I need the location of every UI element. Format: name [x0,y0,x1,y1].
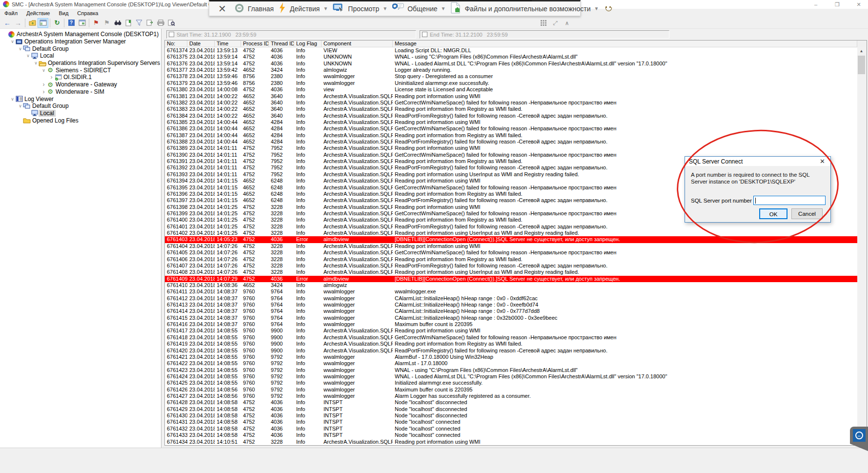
table-row[interactable]: 676140823.04.201814:07:2647523228InfoArc… [165,269,857,275]
preview-icon[interactable] [166,18,177,28]
table-row[interactable]: 676142023.04.201814:08:5597609900InfoArc… [165,348,857,354]
table-row[interactable]: 676140423.04.201814:07:2647523228InfoArc… [165,243,857,249]
chevron-expanded-icon[interactable]: ∨ [10,97,15,102]
table-row[interactable]: 676143423.04.201814:10:5147523228InfoArc… [165,439,857,445]
table-row[interactable]: 676141723.04.201814:08:5597609900InfoArc… [165,328,857,334]
tree-item-operations-integration-supervisory-servers[interactable]: ∨Operations Integration Supervisory Serv… [0,60,161,67]
tree-item-oi-sidir-1[interactable]: ›OI.SIDIR.1 [0,74,161,81]
tree-item-wonderware-gateway[interactable]: ›⚙Wonderware - Gateway [0,81,161,88]
menu-action[interactable]: Действие [22,9,54,17]
menu-view[interactable]: Вид [54,9,73,17]
tree-item-wonderware-sim[interactable]: ›⚙Wonderware - SIM [0,88,161,96]
panel-splitter[interactable] [161,29,165,448]
table-row[interactable]: 676142823.04.201814:08:5847524036InfoINT… [165,399,857,406]
chevron-expanded-icon[interactable]: ∨ [18,103,23,108]
table-row[interactable]: 676141023.04.201814:08:3646523424Infoalm… [165,282,857,288]
table-row[interactable]: 676138123.04.201814:00:2246523640InfoArc… [165,93,857,100]
table-row[interactable]: 676138223.04.201814:00:2246523640InfoArc… [165,100,857,106]
maximize-button[interactable]: ❐ [830,1,844,8]
table-row[interactable]: 676141423.04.201814:08:3797609764Infowwa… [165,308,857,314]
table-row[interactable]: 676140523.04.201814:07:2647523228InfoArc… [165,249,857,256]
tree-item-default-group[interactable]: ∨Default Group [0,103,161,110]
console-window-icon[interactable] [38,18,48,28]
mark-red-icon[interactable]: ⚑ [91,18,101,28]
tree-item-archestra-system-management-console-desktop1[interactable]: ArchestrA System Management Console (DES… [0,31,161,38]
mark-gray-icon[interactable]: ⚑ [101,18,112,28]
tree-item-default-group[interactable]: ∨Default Group [0,45,161,52]
tree-item-local[interactable]: Local [0,110,161,117]
menu-file[interactable]: Файл [0,9,22,17]
table-row[interactable]: 676140123.04.201814:01:2547523228InfoArc… [165,224,857,230]
table-row[interactable]: 676137723.04.201813:59:4246523424Infoalm… [165,67,857,73]
bookmark-page-icon[interactable] [123,18,134,28]
table-row[interactable]: 676143123.04.201814:08:5847524036InfoINT… [165,419,857,425]
table-row[interactable]: 676140723.04.201814:07:2647523228InfoArc… [165,263,857,269]
scroll-up-button[interactable]: ▲ [857,47,866,55]
tv-menu-home[interactable]: Главная [234,3,274,15]
column-header-time[interactable]: Time [215,40,241,47]
table-row[interactable]: 676142523.04.201814:08:5597609792Infowwa… [165,380,857,386]
dialog-title-bar[interactable]: SQL Server Connect ✕ [685,157,830,166]
table-row[interactable]: 676142423.04.201814:08:5597609792Infowwa… [165,373,857,380]
up-folder-icon[interactable] [27,18,38,28]
table-row[interactable]: 676143023.04.201814:08:5847524036InfoINT… [165,412,857,419]
tv-close-icon[interactable]: ✕ [215,4,229,14]
table-row[interactable]: 676138723.04.201814:00:4446524284InfoArc… [165,132,857,139]
table-row[interactable]: 676140323.04.201814:05:2347524036Erroral… [165,236,857,243]
grid-icon[interactable] [539,19,548,27]
column-header-message[interactable]: Message [393,40,857,47]
table-row[interactable]: 676138523.04.201814:00:4446524284InfoArc… [165,119,857,125]
dialog-close-icon[interactable]: ✕ [818,158,827,165]
vertical-scrollbar[interactable]: ▲ ▼ [857,47,866,445]
port-number-input[interactable] [753,196,826,205]
table-row[interactable]: 676138023.04.201814:00:0847524036Infovie… [165,86,857,93]
menu-help[interactable]: Справка [73,9,102,17]
table-row[interactable]: 676137923.04.201813:59:4687562380Infowwa… [165,80,857,86]
table-row[interactable]: 676141223.04.201814:08:3797609764Infowwa… [165,295,857,302]
chevron-collapsed-icon[interactable]: › [41,81,46,88]
tree-item-opened-log-files[interactable]: Opened Log Files [0,117,161,124]
export-icon[interactable] [144,18,155,28]
table-row[interactable]: 676137623.04.201813:59:1447524036InfoUNK… [165,61,857,67]
chevron-expanded-icon[interactable]: ∨ [25,53,31,58]
table-row[interactable]: 676138423.04.201814:00:2246523640InfoArc… [165,113,857,119]
column-header-process-id[interactable]: Process ID [241,40,269,47]
tv-menu-actions[interactable]: Действия▼ [279,2,328,15]
minimize-button[interactable]: – [809,1,823,8]
table-row[interactable]: 676142223.04.201814:08:5597609792Infowwa… [165,360,857,367]
table-row[interactable]: 676143323.04.201814:08:5847524036InfoINT… [165,432,857,438]
table-row[interactable]: 676137423.04.201813:59:1347524036InfoVIE… [165,47,857,54]
close-button[interactable]: ✕ [852,1,866,8]
table-row[interactable]: 676141823.04.201814:08:5597609900InfoArc… [165,334,857,341]
tree-item-siemens-sidirect[interactable]: ∨⚙Siemens - SIDIRECT [0,66,161,74]
table-row[interactable]: 676143223.04.201814:08:5847524036InfoINT… [165,426,857,432]
table-row[interactable]: 676137823.04.201813:59:4687562380Infowwa… [165,73,857,80]
find-icon[interactable] [112,18,123,28]
back-icon[interactable]: ← [2,18,13,28]
table-row[interactable]: 676140223.04.201814:01:2547523228InfoArc… [165,230,857,236]
chevron-expanded-icon[interactable]: ∨ [10,39,15,44]
tree-item-operations-integration-server-manager[interactable]: ∨Operations Integration Server Manager [0,38,161,45]
column-header-thread-id[interactable]: Thread ID [269,40,294,47]
column-header-log-flag[interactable]: Log Flag [294,40,322,47]
tv-menu-view[interactable]: Просмотр▼ [333,3,387,14]
table-row[interactable]: 676140923.04.201814:07:2947524036Erroral… [165,276,857,282]
table-row[interactable]: 676138623.04.201814:00:4446524284InfoArc… [165,125,857,132]
tv-menu-files[interactable]: Файлы и дополнительные возможности▼ [450,2,599,15]
filter-icon[interactable] [134,18,144,28]
table-row[interactable]: 676137523.04.201813:59:1447524036InfoUNK… [165,54,857,60]
end-time-checkbox[interactable] [422,32,427,37]
table-row[interactable]: 676142323.04.201814:08:5597609792Infowwa… [165,367,857,373]
ok-button[interactable]: OK [759,208,787,219]
table-row[interactable]: 676141123.04.201814:08:3797609764Infowwa… [165,288,857,295]
refresh-icon[interactable]: ↻ [52,18,62,28]
table-row[interactable]: 676141323.04.201814:08:3797609764Infowwa… [165,302,857,308]
chevron-expanded-icon[interactable]: ∨ [18,46,23,51]
chevron-expanded-icon[interactable]: ∨ [41,68,46,73]
tree-item-local[interactable]: ∨Local [0,52,161,60]
chevron-collapsed-icon[interactable]: › [49,74,54,81]
scrollbar-thumb[interactable] [858,56,865,74]
tree-item-log-viewer[interactable]: ∨Log Viewer [0,95,161,103]
table-row[interactable]: 676142123.04.201814:08:5597609792Infowwa… [165,354,857,360]
help-icon[interactable]: ? [66,18,77,28]
